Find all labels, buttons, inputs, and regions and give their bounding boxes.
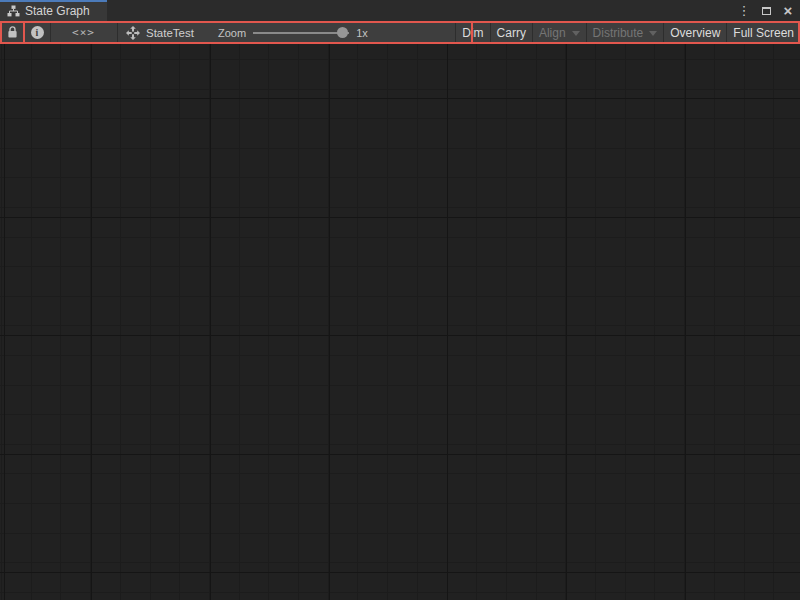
- lock-button[interactable]: [0, 21, 24, 44]
- code-binding-button[interactable]: <×>: [50, 21, 117, 44]
- align-button-label: Align: [539, 26, 566, 40]
- dim-button[interactable]: Dim: [455, 21, 489, 44]
- graph-toolbar: i <×> StateTest Zoom 1x Dim Carry Align: [0, 21, 800, 44]
- overview-button[interactable]: Overview: [663, 21, 726, 44]
- toolbar-button-group: Dim Carry Align Distribute Overview Full…: [455, 21, 800, 44]
- chevron-down-icon: [572, 31, 580, 36]
- zoom-slider-track: [253, 32, 349, 34]
- full-screen-button-label: Full Screen: [733, 26, 794, 40]
- zoom-control: Zoom 1x: [218, 21, 368, 44]
- move-icon: [126, 26, 140, 40]
- tab-title: State Graph: [25, 4, 90, 18]
- align-dropdown-button[interactable]: Align: [532, 21, 586, 44]
- carry-button-label: Carry: [497, 26, 526, 40]
- info-icon: i: [31, 26, 44, 39]
- lock-icon: [7, 26, 18, 39]
- zoom-label: Zoom: [218, 27, 246, 39]
- distribute-button-label: Distribute: [593, 26, 644, 40]
- carry-button[interactable]: Carry: [490, 21, 532, 44]
- active-state-name: StateTest: [146, 27, 194, 39]
- state-graph-canvas[interactable]: [0, 44, 800, 600]
- chevron-down-icon: [649, 31, 657, 36]
- pane-menu-icon[interactable]: ⋮: [736, 3, 752, 19]
- window-controls: ⋮ ×: [736, 0, 796, 21]
- zoom-slider-handle[interactable]: [337, 27, 348, 38]
- overview-button-label: Overview: [670, 26, 720, 40]
- zoom-slider[interactable]: [253, 21, 349, 44]
- full-screen-button[interactable]: Full Screen: [726, 21, 800, 44]
- tab-state-graph[interactable]: State Graph: [0, 0, 107, 21]
- zoom-value: 1x: [356, 27, 368, 39]
- graph-hierarchy-icon: [7, 5, 20, 17]
- dim-button-label: Dim: [462, 26, 483, 40]
- code-icon: <×>: [72, 26, 95, 39]
- toolbar-separator: [117, 21, 118, 44]
- maximize-icon[interactable]: [758, 3, 774, 19]
- distribute-dropdown-button[interactable]: Distribute: [586, 21, 664, 44]
- info-button[interactable]: i: [24, 21, 50, 44]
- active-state-selector[interactable]: StateTest: [126, 21, 194, 44]
- tab-bar: State Graph ⋮ ×: [0, 0, 800, 21]
- close-icon[interactable]: ×: [780, 3, 796, 19]
